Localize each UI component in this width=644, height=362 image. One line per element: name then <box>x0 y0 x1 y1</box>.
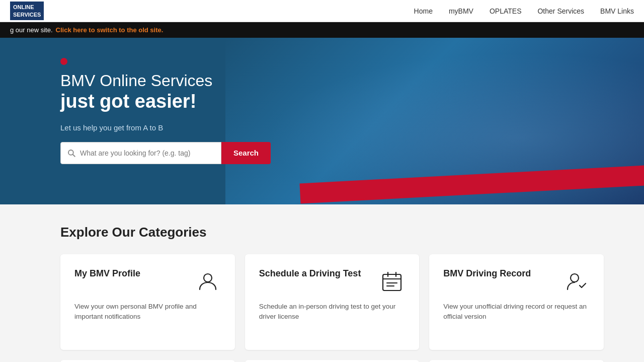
card-header-record: BMV Driving Record <box>443 268 590 295</box>
logo-box: ONLINE SERVICES <box>10 2 44 20</box>
hero-subtitle: Let us help you get from A to B <box>60 123 271 132</box>
nav-item-mybmv[interactable]: myBMV <box>449 7 473 16</box>
logo-line1: ONLINE <box>13 4 34 10</box>
cards-grid-top: My BMV Profile View your own personal BM… <box>60 254 604 350</box>
card-driving-record[interactable]: BMV Driving Record View your unofficial … <box>429 254 604 350</box>
search-icon <box>67 149 76 158</box>
calendar-icon <box>379 268 405 295</box>
svg-point-2 <box>204 274 212 282</box>
card-header-profile: My BMV Profile <box>74 268 221 295</box>
card-desc-profile: View your own personal BMV profile and i… <box>74 302 221 322</box>
card-oplates[interactable]: OPLATES <box>60 360 235 362</box>
nav-logo: ONLINE SERVICES <box>10 2 44 20</box>
main-content: Explore Our Categories My BMV Profile Vi… <box>0 204 644 362</box>
nav-item-oplates[interactable]: OPLATES <box>490 7 522 16</box>
hero-title-bold: just got easier! <box>60 90 271 113</box>
nav-link-home[interactable]: Home <box>414 7 433 15</box>
hero-search-bar: Search <box>60 142 271 164</box>
card-schedule-driving[interactable]: Schedule a Driving Test Schedule an in-p… <box>245 254 420 350</box>
nav-link-bmv-links[interactable]: BMV Links <box>600 7 634 15</box>
nav-item-home[interactable]: Home <box>414 7 433 16</box>
search-input-wrapper <box>60 142 221 164</box>
card-bmv-profile[interactable]: My BMV Profile View your own personal BM… <box>60 254 235 350</box>
card-title-record: BMV Driving Record <box>443 268 564 279</box>
user-check-icon <box>564 268 590 295</box>
card-title-schedule: Schedule a Driving Test <box>259 268 379 279</box>
section-title: Explore Our Categories <box>60 225 604 240</box>
announcement-link[interactable]: Click here to switch to the old site. <box>56 26 164 34</box>
hero-title-light: BMV Online Services <box>60 71 271 90</box>
search-button[interactable]: Search <box>221 142 271 164</box>
card-header-schedule: Schedule a Driving Test <box>259 268 406 295</box>
nav-link-oplates[interactable]: OPLATES <box>490 7 522 15</box>
nav-links: Home myBMV OPLATES Other Services BMV Li… <box>414 7 634 16</box>
card-title-profile: My BMV Profile <box>74 268 195 279</box>
nav-link-other-services[interactable]: Other Services <box>537 7 584 15</box>
card-desc-record: View your unofficial driving record or r… <box>443 302 590 322</box>
hero-dot <box>60 58 67 65</box>
cards-grid-bottom: OPLATES DL/ID Reprint <box>60 360 604 362</box>
nav-item-bmv-links[interactable]: BMV Links <box>600 7 634 16</box>
svg-line-1 <box>73 155 75 157</box>
announcement-text: g our new site. <box>10 26 53 34</box>
navbar: ONLINE SERVICES Home myBMV OPLATES Other… <box>0 0 644 22</box>
profile-icon <box>195 268 221 295</box>
hero-content: BMV Online Services just got easier! Let… <box>60 58 271 164</box>
search-input[interactable] <box>80 149 215 157</box>
nav-item-other-services[interactable]: Other Services <box>537 7 584 16</box>
svg-point-9 <box>571 274 579 282</box>
card-desc-schedule: Schedule an in-person driving test to ge… <box>259 302 406 322</box>
announcement-bar: g our new site. Click here to switch to … <box>0 22 644 38</box>
logo-line2: SERVICES <box>13 12 41 18</box>
card-dl-id-reprint[interactable]: DL/ID Reprint <box>245 360 420 362</box>
hero-section: BMV Online Services just got easier! Let… <box>0 38 644 204</box>
nav-link-mybmv[interactable]: myBMV <box>449 7 473 15</box>
card-more-services[interactable]: More Services <box>429 360 604 362</box>
